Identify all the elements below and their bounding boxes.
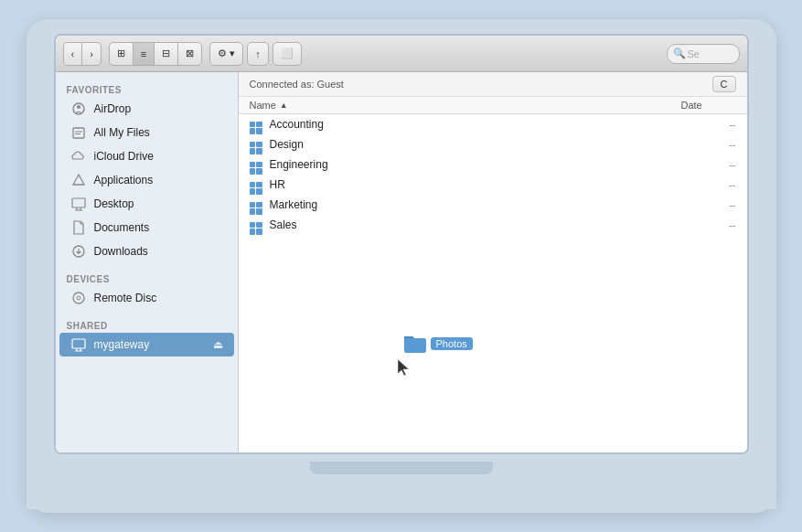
- share-button[interactable]: ⬜: [273, 42, 302, 66]
- sidebar-item-icloud-drive[interactable]: iCloud Drive: [59, 144, 234, 168]
- laptop-outer: ‹ › ⊞ ≡ ⊟ ⊠ ⚙ ▾ ↑ ⬜ 🔍 Se Favorites: [27, 19, 776, 513]
- applications-label: Applications: [94, 174, 154, 186]
- sidebar-item-documents[interactable]: Documents: [59, 216, 234, 239]
- mygateway-label: mygateway: [94, 338, 150, 351]
- favorites-label: Favorites: [56, 80, 238, 97]
- laptop-notch: [310, 462, 493, 474]
- applications-icon: [70, 172, 87, 188]
- remote-disc-icon: [70, 290, 87, 306]
- airdrop-icon: [70, 101, 87, 117]
- svg-point-11: [77, 296, 80, 300]
- remote-disc-label: Remote Disc: [94, 292, 157, 304]
- table-row[interactable]: Marketing --: [239, 195, 747, 215]
- file-list: Accounting -- Design -- En: [239, 114, 747, 452]
- table-row[interactable]: Accounting --: [239, 114, 747, 134]
- table-row[interactable]: Sales --: [239, 215, 747, 235]
- dragging-folder-label: Photos: [431, 337, 473, 350]
- sidebar-item-mygateway[interactable]: mygateway ⏏: [59, 333, 234, 356]
- file-date: --: [681, 159, 736, 170]
- folder-icon: [250, 137, 264, 152]
- file-name: Marketing: [270, 198, 676, 211]
- action-button[interactable]: ↑: [247, 42, 269, 66]
- sidebar: Favorites AirDrop All My Files: [56, 72, 239, 452]
- file-list-header: Name ▲ Date: [239, 97, 747, 114]
- view-buttons: ⊞ ≡ ⊟ ⊠: [109, 42, 202, 66]
- documents-icon: [70, 219, 87, 236]
- forward-button[interactable]: ›: [81, 42, 102, 66]
- nav-buttons: ‹ ›: [63, 42, 102, 66]
- file-date: --: [681, 219, 736, 230]
- col-date-header[interactable]: Date: [681, 100, 736, 111]
- laptop-base: [27, 454, 776, 509]
- eject-icon[interactable]: ⏏: [213, 338, 223, 351]
- sidebar-item-remote-disc[interactable]: Remote Disc: [59, 286, 234, 310]
- view-columns-button[interactable]: ⊟: [154, 42, 177, 66]
- screen-bezel: ‹ › ⊞ ≡ ⊟ ⊠ ⚙ ▾ ↑ ⬜ 🔍 Se Favorites: [54, 34, 749, 454]
- folder-icon: [250, 177, 264, 192]
- drag-folder-icon: [403, 334, 427, 354]
- file-name: HR: [270, 178, 676, 191]
- table-row[interactable]: HR --: [239, 175, 747, 195]
- all-my-files-label: All My Files: [94, 126, 150, 139]
- sidebar-item-desktop[interactable]: Desktop: [59, 192, 234, 216]
- svg-rect-12: [72, 339, 85, 348]
- file-name: Accounting: [270, 118, 676, 131]
- documents-label: Documents: [94, 221, 150, 234]
- desktop-label: Desktop: [94, 197, 134, 210]
- mygateway-icon: [70, 336, 87, 353]
- airdrop-label: AirDrop: [94, 102, 132, 115]
- view-list-button[interactable]: ≡: [133, 42, 154, 66]
- file-date: --: [681, 119, 736, 130]
- devices-label: Devices: [56, 269, 238, 286]
- folder-icon: [250, 157, 264, 172]
- view-icon-button[interactable]: ⊞: [109, 42, 133, 66]
- sidebar-item-applications[interactable]: Applications: [59, 168, 234, 192]
- sidebar-item-airdrop[interactable]: AirDrop: [59, 97, 234, 121]
- icloud-drive-icon: [70, 148, 87, 165]
- toolbar: ‹ › ⊞ ≡ ⊟ ⊠ ⚙ ▾ ↑ ⬜ 🔍 Se: [56, 36, 747, 72]
- dragging-folder[interactable]: Photos: [403, 334, 473, 354]
- connect-button[interactable]: C: [712, 76, 736, 92]
- sidebar-item-all-my-files[interactable]: All My Files: [59, 121, 234, 144]
- all-my-files-icon: [70, 124, 87, 141]
- sidebar-item-downloads[interactable]: Downloads: [59, 239, 234, 263]
- svg-rect-5: [72, 198, 85, 207]
- connected-label: Connected as: Guest: [250, 79, 344, 90]
- downloads-label: Downloads: [94, 245, 148, 258]
- file-date: --: [681, 199, 736, 210]
- file-name: Design: [270, 138, 676, 151]
- view-coverflow-button[interactable]: ⊠: [177, 42, 202, 66]
- arrange-button[interactable]: ⚙ ▾: [209, 42, 243, 66]
- downloads-icon: [70, 243, 87, 260]
- back-button[interactable]: ‹: [63, 42, 82, 66]
- sort-arrow-icon: ▲: [280, 101, 288, 110]
- content-area: Connected as: Guest C Name ▲ Date: [239, 72, 747, 452]
- folder-icon: [250, 197, 264, 212]
- file-name: Sales: [270, 218, 676, 231]
- file-date: --: [681, 179, 736, 190]
- svg-point-1: [77, 105, 80, 109]
- svg-point-10: [73, 293, 84, 303]
- col-name-header[interactable]: Name ▲: [250, 100, 681, 111]
- connected-bar: Connected as: Guest C: [239, 72, 747, 97]
- finder-body: Favorites AirDrop All My Files: [56, 72, 747, 452]
- cursor-arrow: [398, 359, 409, 376]
- shared-label: Shared: [56, 315, 238, 333]
- folder-icon: [250, 218, 264, 232]
- folder-icon: [250, 117, 264, 132]
- desktop-icon: [70, 196, 87, 212]
- search-box[interactable]: 🔍 Se: [667, 44, 740, 64]
- icloud-drive-label: iCloud Drive: [94, 150, 154, 163]
- svg-rect-2: [73, 128, 84, 138]
- table-row[interactable]: Engineering --: [239, 154, 747, 175]
- file-name: Engineering: [270, 158, 676, 171]
- table-row[interactable]: Design --: [239, 134, 747, 154]
- file-date: --: [681, 139, 736, 150]
